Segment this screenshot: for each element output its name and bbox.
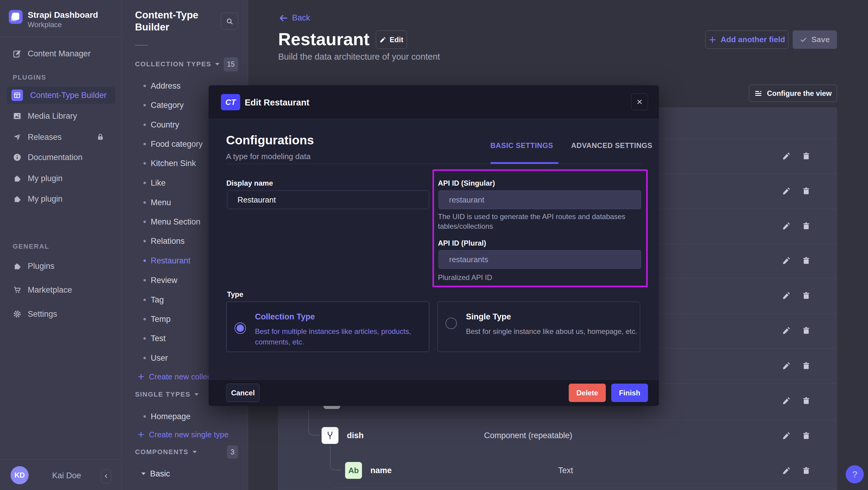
api-id-plural-label: API ID (Plural) [438, 239, 486, 247]
bullet-dot [144, 85, 146, 87]
sidebar-item-documentation[interactable]: Documentation [7, 149, 115, 166]
pencil-icon [379, 36, 386, 43]
delete-field-button[interactable] [802, 152, 811, 161]
sidebar-item-content-type-builder[interactable]: Content-Type Builder [7, 87, 115, 104]
delete-field-button[interactable] [802, 396, 811, 405]
sidebar-item-homepage[interactable]: Homepage [135, 412, 190, 421]
edit-field-button[interactable] [782, 326, 791, 335]
sidebar-item-plugins[interactable]: Plugins [7, 258, 115, 275]
sidebar-collapse-button[interactable] [101, 469, 111, 483]
sidebar-item-address[interactable]: Address [135, 81, 181, 91]
single-types-label: SINGLE TYPES [135, 391, 190, 398]
divider [0, 459, 122, 460]
components-count-badge: 3 [227, 446, 238, 459]
search-button[interactable] [221, 13, 238, 30]
sidebar-item-country[interactable]: Country [135, 120, 179, 130]
sidebar-item-my-plugin-2[interactable]: My plugin [7, 190, 115, 207]
tab-basic-settings[interactable]: BASIC SETTINGS [490, 141, 553, 150]
sidebar-item-tag[interactable]: Tag [135, 295, 164, 305]
main-sidebar: Strapi Dashboard Workplace Content Manag… [0, 0, 122, 490]
sidebar-item-menu[interactable]: Menu [135, 198, 171, 207]
components-header[interactable]: COMPONENTS [135, 448, 197, 456]
sidebar-item-marketplace[interactable]: Marketplace [7, 281, 115, 298]
collection-type-description: Best for multiple instances like article… [255, 326, 424, 347]
edit-field-button[interactable] [782, 466, 791, 475]
sidebar-item-user[interactable]: User [135, 353, 168, 363]
edit-button[interactable]: Edit [376, 30, 407, 49]
cancel-button[interactable]: Cancel [226, 384, 259, 402]
collection-types-header[interactable]: COLLECTION TYPES [135, 60, 220, 68]
bullet-dot [144, 162, 146, 164]
pencil-icon [782, 292, 790, 300]
edit-field-button[interactable] [782, 256, 791, 265]
edit-field-button[interactable] [782, 221, 791, 231]
bullet-dot [144, 143, 146, 145]
sidebar-item-settings[interactable]: Settings [7, 306, 115, 323]
pencil-icon [782, 397, 790, 405]
avatar[interactable]: KD [10, 466, 29, 484]
delete-field-button[interactable] [802, 326, 811, 335]
delete-field-button[interactable] [802, 466, 811, 475]
create-single-type-link[interactable]: Create new single type [135, 430, 228, 439]
general-section-label: GENERAL [13, 243, 50, 250]
add-another-field-button[interactable]: Add another field [705, 30, 788, 49]
single-type-card[interactable]: Single Type Best for single instance lik… [437, 302, 640, 352]
radio-collection-type[interactable] [235, 323, 246, 334]
delete-button[interactable]: Delete [569, 384, 606, 402]
strapi-logo[interactable] [9, 10, 23, 24]
delete-field-button[interactable] [802, 291, 811, 300]
collection-type-card[interactable]: Collection Type Best for multiple instan… [226, 302, 429, 352]
sidebar-item-restaurant[interactable]: Restaurant [135, 256, 190, 266]
edit-field-button[interactable] [782, 187, 791, 195]
delete-field-button[interactable] [802, 256, 811, 265]
edit-field-button[interactable] [782, 431, 791, 440]
sidebar-item-content-manager[interactable]: Content Manager [7, 45, 115, 62]
display-name-label: Display name [226, 179, 273, 187]
help-button[interactable]: ? [846, 465, 864, 483]
single-types-header[interactable]: SINGLE TYPES [135, 391, 199, 398]
api-id-singular-input[interactable] [438, 190, 641, 209]
bullet-dot [144, 124, 146, 126]
sidebar-item-temp[interactable]: Temp [135, 314, 170, 324]
check-icon [800, 36, 807, 43]
sidebar-item-menu-section[interactable]: Menu Section [135, 217, 200, 226]
sidebar-item-my-plugin-1[interactable]: My plugin [7, 170, 115, 187]
plus-icon [137, 431, 145, 438]
sidebar-item-like[interactable]: Like [135, 178, 166, 188]
sidebar-item-test[interactable]: Test [135, 334, 166, 343]
finish-button[interactable]: Finish [611, 384, 648, 402]
back-link[interactable]: Back [279, 13, 310, 23]
trash-icon [802, 466, 810, 475]
delete-field-button[interactable] [802, 361, 811, 370]
close-icon [636, 98, 643, 105]
edit-field-button[interactable] [782, 291, 791, 300]
sidebar-item-releases[interactable]: Releases [7, 129, 115, 146]
delete-field-button[interactable] [802, 431, 811, 440]
sidebar-item-media-library[interactable]: Media Library [7, 108, 115, 124]
sidebar-item-category[interactable]: Category [135, 100, 184, 110]
caret-down-icon [215, 63, 220, 66]
edit-field-button[interactable] [782, 361, 791, 370]
modal-title: Edit Restaurant [245, 98, 309, 108]
api-id-plural-input[interactable] [438, 250, 641, 269]
save-button[interactable]: Save [793, 30, 837, 49]
components-group-basic[interactable]: Basic [135, 469, 170, 479]
info-icon [13, 153, 22, 162]
edit-field-button[interactable] [782, 396, 791, 405]
sidebar-item-label: My plugin [28, 174, 63, 183]
caret-down-icon [141, 472, 146, 475]
delete-field-button[interactable] [802, 187, 811, 195]
sidebar-item-kitchen-sink[interactable]: Kitchen Sink [135, 158, 196, 168]
trash-icon [802, 362, 810, 370]
close-button[interactable] [631, 93, 648, 110]
question-mark-icon: ? [852, 469, 858, 480]
delete-field-button[interactable] [802, 221, 811, 231]
display-name-input[interactable] [227, 190, 429, 209]
sidebar-item-relations[interactable]: Relations [135, 236, 185, 246]
tab-advanced-settings[interactable]: ADVANCED SETTINGS [571, 141, 652, 150]
configure-the-view-button[interactable]: Configure the view [749, 85, 837, 102]
edit-field-button[interactable] [782, 152, 791, 161]
radio-single-type[interactable] [445, 318, 457, 329]
sidebar-item-food-category[interactable]: Food category [135, 139, 203, 149]
sidebar-item-review[interactable]: Review [135, 275, 178, 285]
